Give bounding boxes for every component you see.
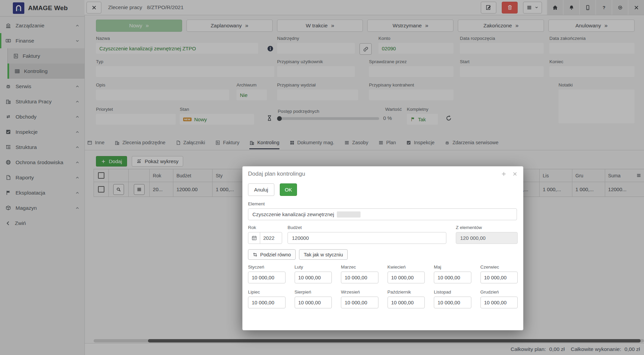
- dialog-close-icon[interactable]: [512, 171, 518, 177]
- month-luty-field[interactable]: 10 000,00: [295, 272, 332, 283]
- month-label: Styczeń: [248, 264, 286, 270]
- z-elementow-field: 120 000,00: [456, 232, 518, 244]
- dialog-maximize-icon[interactable]: [501, 171, 506, 177]
- month-label: Lipiec: [248, 289, 286, 295]
- ok-button[interactable]: OK: [280, 183, 297, 196]
- month-label: Listopad: [434, 289, 471, 295]
- rok-value: 2022: [260, 232, 282, 244]
- element-value: Czyszczenie kanalizacji zewnętrznej: [252, 211, 334, 217]
- month-label: Październik: [388, 289, 425, 295]
- app-window: AMAGE Web Zarządzanie Finanse Faktury Ko…: [0, 0, 644, 355]
- calendar-icon[interactable]: [248, 232, 260, 244]
- month-listopad-field[interactable]: 10 000,00: [434, 297, 471, 308]
- like-january-label: Tak jak w styczniu: [304, 252, 343, 257]
- month-pazdziernik-field[interactable]: 10 000,00: [388, 297, 425, 308]
- month-styczen-field[interactable]: 10 000,00: [248, 272, 286, 283]
- add-plan-dialog: Dodaj plan kontrolingu Anuluj OK Element…: [242, 166, 523, 330]
- field-label: Z elementów: [456, 225, 482, 230]
- month-czerwiec-field[interactable]: 10 000,00: [480, 272, 518, 283]
- split-buttons: Podziel równo Tak jak w styczniu: [248, 249, 348, 260]
- month-label: Marzec: [341, 264, 378, 270]
- cancel-button[interactable]: Anuluj: [248, 183, 274, 196]
- month-label: Maj: [434, 264, 471, 270]
- month-label: Czerwiec: [480, 264, 518, 270]
- month-label: Luty: [295, 264, 332, 270]
- crop-icon: [253, 252, 257, 257]
- rok-field[interactable]: 2022: [248, 232, 282, 244]
- field-label: Element: [248, 201, 265, 206]
- month-kwiecien-field[interactable]: 10 000,00: [388, 272, 425, 283]
- budzet-field[interactable]: 120000: [288, 232, 446, 244]
- element-field[interactable]: Czyszczenie kanalizacji zewnętrznej: [248, 208, 517, 220]
- month-lipiec-field[interactable]: 10 000,00: [248, 297, 286, 308]
- split-equal-button[interactable]: Podziel równo: [248, 249, 296, 260]
- month-label: Grudzień: [480, 289, 518, 295]
- like-january-button[interactable]: Tak jak w styczniu: [299, 249, 348, 260]
- month-grudzien-field[interactable]: 10 000,00: [480, 297, 518, 308]
- month-sierpien-field[interactable]: 10 000,00: [295, 297, 332, 308]
- month-label: Sierpień: [295, 289, 332, 295]
- redacted-text: [337, 211, 361, 218]
- field-label: Budżet: [288, 225, 302, 230]
- dialog-title: Dodaj plan kontrolingu: [248, 171, 305, 177]
- month-wrzesien-field[interactable]: 10 000,00: [341, 297, 378, 308]
- month-grid: Styczeń10 000,00 Luty10 000,00 Marzec10 …: [248, 264, 518, 308]
- field-label: Rok: [248, 225, 256, 230]
- split-equal-label: Podziel równo: [260, 252, 291, 257]
- month-marzec-field[interactable]: 10 000,00: [341, 272, 378, 283]
- month-maj-field[interactable]: 10 000,00: [434, 272, 471, 283]
- month-label: Wrzesień: [341, 289, 378, 295]
- dialog-buttons: Anuluj OK: [248, 183, 297, 196]
- month-label: Kwiecień: [388, 264, 425, 270]
